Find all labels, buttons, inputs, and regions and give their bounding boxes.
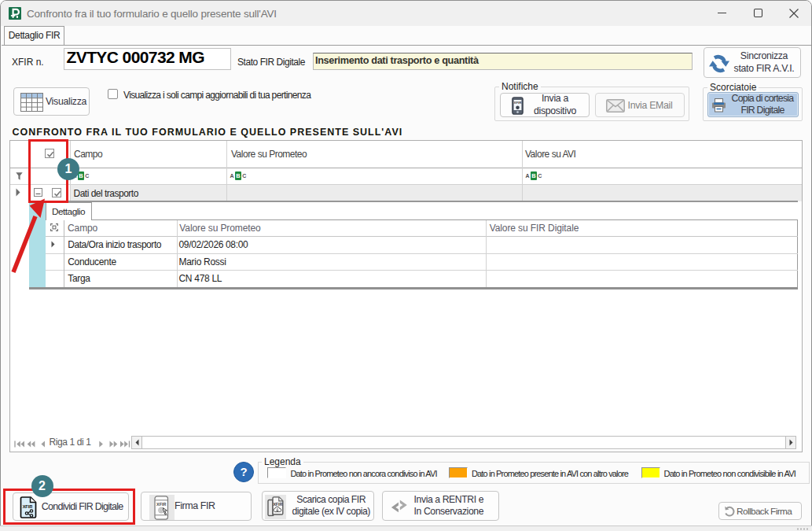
svg-text:XFIR: XFIR (513, 101, 522, 105)
svg-text:XFIR: XFIR (156, 501, 166, 506)
svg-text:XFIR: XFIR (274, 502, 283, 507)
